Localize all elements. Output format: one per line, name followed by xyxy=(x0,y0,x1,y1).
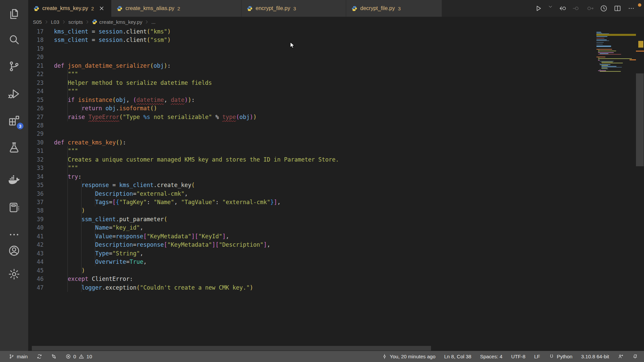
eol-sequence[interactable]: LF xyxy=(534,351,540,362)
cursor-position[interactable]: Ln 8, Col 38 xyxy=(444,351,471,362)
activity-bar-item-run-debug[interactable] xyxy=(0,83,28,105)
activity-bar-item-explorer[interactable] xyxy=(0,3,28,25)
activity-bar-item-settings[interactable] xyxy=(0,263,28,285)
code-line-39[interactable]: 39 ssm_client.put_parameter( xyxy=(28,215,644,224)
tab-create_kms_alias.py[interactable]: create_kms_alias.py2 xyxy=(111,0,241,17)
line-number[interactable]: 24 xyxy=(28,87,44,96)
code-line-47[interactable]: 47 logger.exception("Couldn't create a n… xyxy=(28,283,644,292)
code-line-28[interactable]: 28 xyxy=(28,121,644,130)
line-number[interactable]: 40 xyxy=(28,223,44,232)
line-number[interactable]: 30 xyxy=(28,138,44,147)
blame-annotation[interactable]: You, 20 minutes ago xyxy=(382,351,435,362)
line-number[interactable]: 29 xyxy=(28,129,44,138)
line-number[interactable]: 44 xyxy=(28,257,44,266)
prev-change-icon[interactable] xyxy=(558,4,567,12)
problems-indicator[interactable]: 010 xyxy=(65,351,92,362)
code-line-38[interactable]: 38 ) xyxy=(28,206,644,215)
activity-bar-item-notebook[interactable] xyxy=(0,197,28,218)
compare-changes[interactable] xyxy=(51,351,57,362)
line-number[interactable]: 26 xyxy=(28,104,44,113)
encoding[interactable]: UTF-8 xyxy=(511,351,526,362)
line-number[interactable]: 41 xyxy=(28,232,44,241)
line-number[interactable]: 35 xyxy=(28,181,44,189)
feedback[interactable] xyxy=(618,351,624,362)
branch-indicator[interactable]: main xyxy=(9,351,28,362)
language-mode[interactable]: Python xyxy=(549,351,573,362)
line-number[interactable]: 27 xyxy=(28,113,44,121)
run-icon[interactable] xyxy=(534,4,542,12)
code-line-25[interactable]: 25 if isinstance(obj, (datetime, date)): xyxy=(28,96,644,104)
breadcrumb-item-scripts[interactable]: scripts xyxy=(68,19,83,25)
code-line-17[interactable]: 17kms_client = session.client("kms") xyxy=(28,27,644,36)
code-line-27[interactable]: 27 raise TypeError("Type %s not serializ… xyxy=(28,113,644,121)
code-line-35[interactable]: 35 response = kms_client.create_key( xyxy=(28,181,644,189)
code-line-24[interactable]: 24 """ xyxy=(28,87,644,96)
code-line-21[interactable]: 21def json_datetime_serializer(obj): xyxy=(28,61,644,70)
minimap[interactable] xyxy=(596,32,636,119)
line-number[interactable]: 18 xyxy=(28,36,44,44)
line-number[interactable]: 17 xyxy=(28,27,44,36)
line-number[interactable]: 42 xyxy=(28,240,44,249)
code-line-42[interactable]: 42 Description=response["KeyMetadata"]["… xyxy=(28,240,644,249)
code-line-40[interactable]: 40 Name="key_id", xyxy=(28,223,644,232)
more-horizontal-icon[interactable] xyxy=(627,4,635,12)
line-number[interactable]: 47 xyxy=(28,283,44,292)
activity-bar-item-testing[interactable] xyxy=(0,137,28,158)
code-line-22[interactable]: 22 """ xyxy=(28,70,644,78)
code-line-41[interactable]: 41 Value=response["KeyMetadata"]["KeyId"… xyxy=(28,232,644,241)
line-number[interactable]: 34 xyxy=(28,172,44,181)
split-editor-icon[interactable] xyxy=(613,4,622,12)
horizontal-scrollbar[interactable] xyxy=(32,346,431,351)
breadcrumb-item-S05[interactable]: S05 xyxy=(33,19,42,25)
tab-decrypt_file.py[interactable]: decrypt_file.py3 xyxy=(346,0,442,17)
line-number[interactable]: 36 xyxy=(28,189,44,198)
code-line-26[interactable]: 26 return obj.isoformat() xyxy=(28,104,644,113)
chevron-down-icon[interactable] xyxy=(548,4,553,12)
activity-bar-item-search[interactable] xyxy=(0,29,28,50)
line-number[interactable]: 20 xyxy=(28,53,44,61)
line-number[interactable]: 25 xyxy=(28,96,44,104)
line-number[interactable]: 43 xyxy=(28,249,44,258)
code-line-37[interactable]: 37 Tags=[{"TagKey": "Name", "TagValue": … xyxy=(28,198,644,206)
code-line-31[interactable]: 31 """ xyxy=(28,146,644,155)
line-number[interactable]: 19 xyxy=(28,44,44,53)
code-line-20[interactable]: 20 xyxy=(28,53,644,61)
line-number[interactable]: 39 xyxy=(28,215,44,224)
line-number[interactable]: 37 xyxy=(28,198,44,206)
activity-bar-item-account[interactable] xyxy=(0,240,28,261)
sync-changes[interactable] xyxy=(37,351,42,362)
code-editor[interactable]: 17kms_client = session.client("kms")18ss… xyxy=(28,27,644,351)
tab-encrypt_file.py[interactable]: encrypt_file.py3 xyxy=(241,0,346,17)
code-line-33[interactable]: 33 """ xyxy=(28,164,644,172)
code-line-36[interactable]: 36 Description="external-cmk", xyxy=(28,189,644,198)
line-number[interactable]: 28 xyxy=(28,121,44,130)
vertical-scrollbar[interactable] xyxy=(636,73,644,166)
line-number[interactable]: 33 xyxy=(28,164,44,172)
line-number[interactable]: 38 xyxy=(28,206,44,215)
close-icon[interactable] xyxy=(99,5,105,11)
code-line-44[interactable]: 44 Overwrite=True, xyxy=(28,257,644,266)
python-interpreter[interactable]: 3.10.8 64-bit xyxy=(581,351,609,362)
line-number[interactable]: 32 xyxy=(28,155,44,164)
history-icon[interactable] xyxy=(600,4,608,12)
breadcrumb-overflow[interactable]: ... xyxy=(151,19,156,25)
code-line-46[interactable]: 46 except ClientError: xyxy=(28,275,644,283)
line-number[interactable]: 23 xyxy=(28,78,44,87)
activity-bar-item-extensions[interactable]: 3 xyxy=(0,110,28,131)
activity-bar-item-docker[interactable] xyxy=(0,169,28,191)
activity-bar-item-source-control[interactable] xyxy=(0,56,28,77)
line-number[interactable]: 46 xyxy=(28,275,44,283)
code-line-18[interactable]: 18ssm_client = session.client("ssm") xyxy=(28,36,644,44)
line-number[interactable]: 22 xyxy=(28,70,44,78)
breadcrumb-item-L03[interactable]: L03 xyxy=(51,19,59,25)
code-line-43[interactable]: 43 Type="String", xyxy=(28,249,644,258)
notifications[interactable] xyxy=(632,351,638,362)
tab-create_kms_key.py[interactable]: create_kms_key.py2 xyxy=(28,0,111,17)
code-line-29[interactable]: 29 xyxy=(28,129,644,138)
breadcrumb-file[interactable]: create_kms_key.py xyxy=(92,19,142,25)
line-number[interactable]: 21 xyxy=(28,61,44,70)
code-line-23[interactable]: 23 Helper method to serialize datetime f… xyxy=(28,78,644,87)
code-line-32[interactable]: 32 Creates a unique customer managed KMS… xyxy=(28,155,644,164)
code-line-19[interactable]: 19 xyxy=(28,44,644,53)
code-line-30[interactable]: 30def create_kms_key(): xyxy=(28,138,644,147)
